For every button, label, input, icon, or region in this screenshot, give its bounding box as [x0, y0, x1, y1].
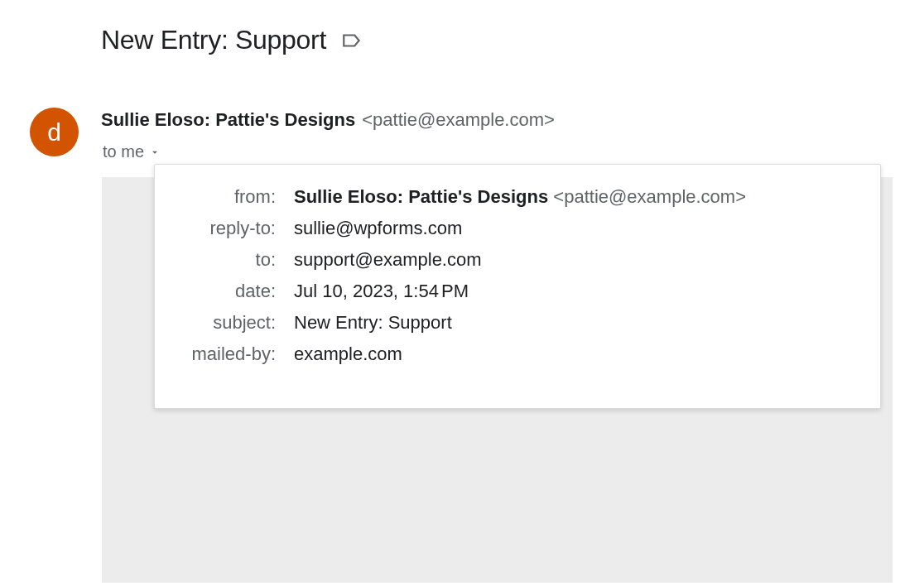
detail-from-name: Sullie Eloso: Pattie's Designs	[294, 186, 548, 207]
detail-replyto-label: reply-to:	[155, 218, 294, 239]
detail-subject-label: subject:	[155, 312, 294, 334]
detail-to-row: to: support@example.com	[155, 249, 855, 271]
recipient-toggle[interactable]: to me	[103, 142, 161, 161]
sender-avatar[interactable]: d	[30, 108, 79, 156]
detail-subject-value: New Entry: Support	[294, 312, 452, 334]
detail-replyto-row: reply-to: sullie@wpforms.com	[155, 218, 855, 239]
detail-mailedby-row: mailed-by: example.com	[155, 343, 855, 365]
detail-replyto-value: sullie@wpforms.com	[294, 218, 462, 239]
email-subject: New Entry: Support	[101, 25, 326, 55]
detail-from-label: from:	[155, 186, 294, 208]
detail-from-row: from: Sullie Eloso: Pattie's Designs <pa…	[155, 186, 855, 208]
detail-date-row: date: Jul 10, 2023, 1:54 PM	[155, 281, 855, 302]
detail-to-label: to:	[155, 249, 294, 271]
detail-from-value: Sullie Eloso: Pattie's Designs <pattie@e…	[294, 186, 746, 208]
sender-row: Sullie Eloso: Pattie's Designs <pattie@e…	[101, 109, 555, 131]
subject-bar: New Entry: Support	[101, 25, 363, 55]
avatar-letter: d	[47, 118, 61, 146]
detail-date-label: date:	[155, 281, 294, 302]
detail-to-value: support@example.com	[294, 249, 482, 271]
detail-subject-row: subject: New Entry: Support	[155, 312, 855, 334]
email-details-popup: from: Sullie Eloso: Pattie's Designs <pa…	[154, 164, 881, 409]
recipient-summary: to me	[103, 142, 144, 161]
detail-date-value: Jul 10, 2023, 1:54 PM	[294, 281, 469, 302]
chevron-down-icon	[149, 146, 161, 158]
sender-name: Sullie Eloso: Pattie's Designs	[101, 109, 355, 131]
sender-email: <pattie@example.com>	[362, 109, 555, 131]
detail-mailedby-label: mailed-by:	[155, 343, 294, 365]
detail-from-email: <pattie@example.com>	[553, 186, 746, 207]
label-icon[interactable]	[341, 30, 363, 51]
detail-mailedby-value: example.com	[294, 343, 402, 365]
